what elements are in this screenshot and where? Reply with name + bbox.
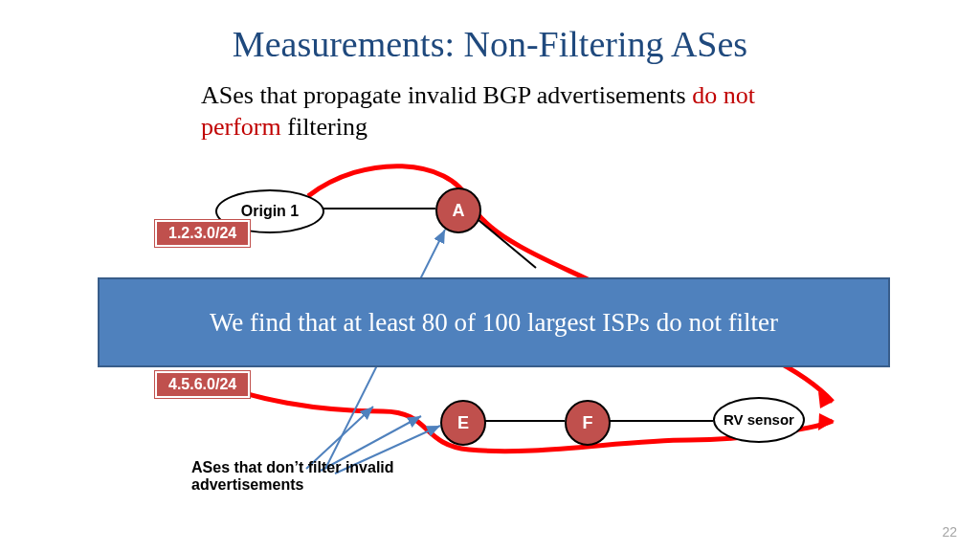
- node-a: A: [435, 187, 481, 233]
- slide-subtitle: ASes that propagate invalid BGP advertis…: [201, 80, 813, 143]
- page-number: 22: [942, 524, 957, 540]
- subtitle-post: filtering: [281, 113, 368, 141]
- prefix-box-1: 1.2.3.0/24: [155, 220, 250, 247]
- slide: Measurements: Non-Filtering ASes ASes th…: [0, 0, 980, 551]
- node-rv-sensor: RV sensor: [713, 397, 805, 443]
- prefix-box-2: 4.5.6.0/24: [155, 371, 250, 398]
- subtitle-pre: ASes that propagate invalid BGP advertis…: [201, 81, 692, 109]
- node-f: F: [565, 400, 611, 446]
- slide-title: Measurements: Non-Filtering ASes: [0, 23, 980, 65]
- svg-marker-0: [818, 391, 833, 408]
- svg-line-3: [479, 220, 536, 268]
- node-e: E: [440, 400, 486, 446]
- finding-banner: We find that at least 80 of 100 largest …: [98, 277, 890, 367]
- note-nonfiltering-ases: ASes that don’t filter invalid advertise…: [191, 459, 402, 495]
- svg-marker-1: [818, 413, 835, 430]
